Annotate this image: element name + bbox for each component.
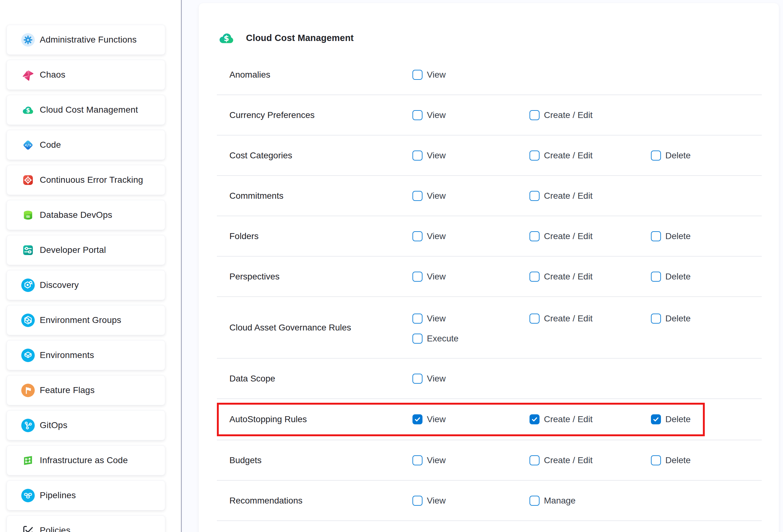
checkbox-create-edit-unchecked[interactable] (530, 314, 539, 323)
checkbox-delete-unchecked[interactable] (651, 151, 661, 160)
checkbox-create-edit-unchecked[interactable] (530, 455, 539, 465)
permission-perspectives-view[interactable]: View (412, 272, 530, 282)
checkbox-view-unchecked[interactable] (412, 314, 422, 323)
permissions-panel: $ Cloud Cost Management AnomaliesViewCur… (199, 3, 779, 532)
checkbox-execute-unchecked[interactable] (412, 334, 422, 344)
checkbox-view-unchecked[interactable] (412, 272, 422, 282)
permission-row-label: Data Scope (217, 374, 412, 384)
sidebar-item-infrastructure-as-code[interactable]: Infrastructure as Code (7, 445, 165, 475)
sidebar-item-label: Continuous Error Tracking (40, 175, 143, 185)
checkbox-delete-unchecked[interactable] (651, 455, 661, 465)
sidebar-item-developer-portal[interactable]: Developer Portal (7, 235, 165, 265)
permission-recommendations-manage[interactable]: Manage (530, 496, 651, 506)
permission-row-folders: FoldersViewCreate / EditDelete (217, 216, 762, 257)
sidebar-item-gitops[interactable]: GitOps (7, 410, 165, 440)
permission-budgets-create-edit[interactable]: Create / Edit (530, 455, 651, 465)
svg-text:$: $ (224, 34, 229, 43)
cube-icon (21, 349, 35, 362)
permission-currency-preferences-create-edit[interactable]: Create / Edit (530, 110, 651, 120)
sidebar-item-feature-flags[interactable]: Feature Flags (7, 375, 165, 405)
checkbox-view-unchecked[interactable] (412, 374, 422, 384)
sidebar-item-environment-groups[interactable]: Environment Groups (7, 305, 165, 335)
permission-autostopping-rules-view[interactable]: View (412, 414, 530, 424)
permission-cloud-asset-governance-rules-create-edit[interactable]: Create / Edit (530, 314, 651, 323)
permission-folders-view[interactable]: View (412, 231, 530, 241)
permission-row-commitments: CommitmentsViewCreate / Edit (217, 176, 762, 216)
checkbox-delete-unchecked[interactable] (651, 314, 661, 323)
permission-folders-create-edit[interactable]: Create / Edit (530, 231, 651, 241)
sidebar-item-label: Database DevOps (40, 210, 112, 220)
permission-autostopping-rules-create-edit[interactable]: Create / Edit (530, 414, 651, 424)
cloud-dollar-icon: $ (218, 29, 236, 47)
sidebar-item-cloud-cost-management[interactable]: $Cloud Cost Management (7, 95, 165, 125)
checkbox-view-unchecked[interactable] (412, 151, 422, 160)
svg-text:$: $ (26, 107, 30, 113)
sidebar-item-policies[interactable]: Policies (7, 515, 165, 532)
checkbox-delete-unchecked[interactable] (651, 272, 661, 282)
permission-commitments-view[interactable]: View (412, 191, 530, 201)
sidebar-item-administrative-functions[interactable]: Administrative Functions (7, 25, 165, 55)
checkbox-delete-unchecked[interactable] (651, 231, 661, 241)
sidebar-item-database-devops[interactable]: ∞Database DevOps (7, 200, 165, 230)
checkbox-create-edit-unchecked[interactable] (530, 151, 539, 160)
checkbox-delete-checked[interactable] (651, 414, 661, 424)
permission-data-scope-view[interactable]: View (412, 374, 530, 384)
sidebar-item-environments[interactable]: Environments (7, 340, 165, 370)
checkbox-label: View (427, 70, 446, 80)
cloud-dollar-icon: $ (21, 103, 35, 117)
checkbox-label: Create / Edit (544, 231, 593, 241)
permission-row-label: Commitments (217, 191, 412, 201)
permission-cost-categories-delete[interactable]: Delete (651, 151, 691, 160)
sidebar-item-discovery[interactable]: Discovery (7, 270, 165, 300)
permission-row-recommendations: RecommendationsViewManage (217, 481, 762, 521)
sidebar-item-label: Pipelines (40, 490, 76, 500)
chain-links-icon (21, 489, 35, 502)
checkbox-label: View (427, 231, 446, 241)
checkbox-label: Delete (665, 151, 691, 160)
permission-currency-preferences-view[interactable]: View (412, 110, 530, 120)
checkbox-view-unchecked[interactable] (412, 231, 422, 241)
permission-commitments-create-edit[interactable]: Create / Edit (530, 191, 651, 201)
permission-budgets-view[interactable]: View (412, 455, 530, 465)
checkbox-label: Manage (544, 496, 575, 506)
permission-folders-delete[interactable]: Delete (651, 231, 691, 241)
checkbox-view-unchecked[interactable] (412, 496, 422, 506)
checkbox-label: View (427, 496, 446, 506)
checkbox-view-unchecked[interactable] (412, 70, 422, 80)
code-diamond-icon: </> (21, 138, 35, 152)
checkbox-view-checked[interactable] (412, 414, 422, 424)
sidebar-item-label: Feature Flags (40, 385, 95, 395)
checkbox-create-edit-checked[interactable] (530, 414, 539, 424)
permission-autostopping-rules-delete[interactable]: Delete (651, 414, 691, 424)
checkbox-view-unchecked[interactable] (412, 110, 422, 120)
permission-cost-categories-create-edit[interactable]: Create / Edit (530, 151, 651, 160)
sidebar-item-label: Developer Portal (40, 245, 106, 255)
permission-cloud-asset-governance-rules-delete[interactable]: Delete (651, 314, 691, 323)
checkbox-create-edit-unchecked[interactable] (530, 272, 539, 282)
checkbox-view-unchecked[interactable] (412, 455, 422, 465)
checkbox-view-unchecked[interactable] (412, 191, 422, 201)
checkbox-create-edit-unchecked[interactable] (530, 231, 539, 241)
permission-perspectives-create-edit[interactable]: Create / Edit (530, 272, 651, 282)
module-header: $ Cloud Cost Management (199, 3, 779, 55)
checkbox-create-edit-unchecked[interactable] (530, 191, 539, 201)
sidebar-divider (181, 0, 182, 532)
permission-cloud-asset-governance-rules-view[interactable]: View (412, 314, 530, 323)
permission-recommendations-view[interactable]: View (412, 496, 530, 506)
sidebar-item-label: GitOps (40, 420, 67, 430)
sidebar-item-chaos[interactable]: Chaos (7, 60, 165, 90)
checkbox-manage-unchecked[interactable] (530, 496, 539, 506)
checkbox-create-edit-unchecked[interactable] (530, 110, 539, 120)
checkbox-label: Delete (665, 414, 691, 424)
permission-budgets-delete[interactable]: Delete (651, 455, 691, 465)
sidebar-item-continuous-error-tracking[interactable]: Continuous Error Tracking (7, 165, 165, 195)
permission-row-label: Currency Preferences (217, 110, 412, 120)
permission-anomalies-view[interactable]: View (412, 70, 530, 80)
permission-cost-categories-view[interactable]: View (412, 151, 530, 160)
permission-row-data-scope: Data ScopeView (217, 358, 762, 399)
permission-cloud-asset-governance-rules-execute[interactable]: Execute (412, 334, 530, 344)
permission-perspectives-delete[interactable]: Delete (651, 272, 691, 282)
sidebar-item-pipelines[interactable]: Pipelines (7, 480, 165, 510)
checkbox-label: View (427, 314, 446, 323)
sidebar-item-code[interactable]: </>Code (7, 130, 165, 160)
